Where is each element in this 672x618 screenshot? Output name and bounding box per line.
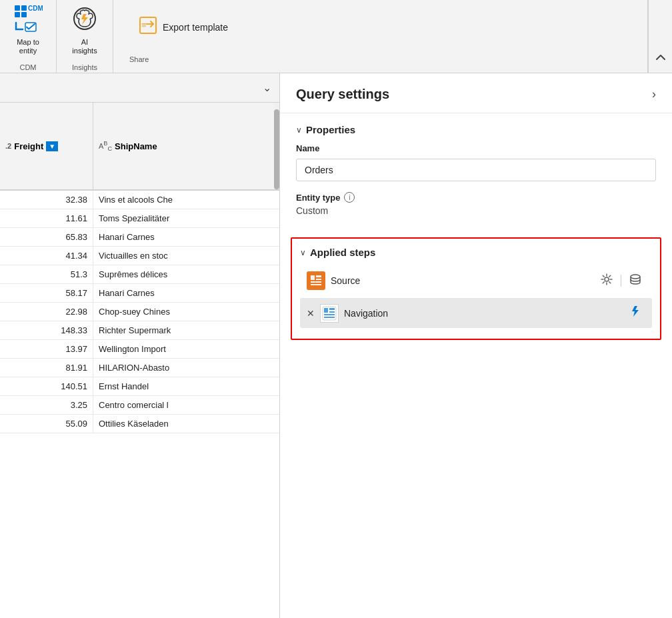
- cell-freight: 140.51: [0, 377, 93, 395]
- freight-type-badge: .2: [5, 142, 11, 150]
- insights-group-label: Insights: [72, 63, 97, 71]
- cell-shipname: Suprêmes délices: [93, 265, 279, 283]
- source-step-gear-button[interactable]: [597, 272, 617, 289]
- export-template-label: Export template: [163, 22, 228, 33]
- svg-rect-11: [316, 275, 321, 277]
- table-row[interactable]: 58.17Hanari Carnes: [0, 284, 279, 303]
- table-row[interactable]: 55.09Ottilies Käseladen: [0, 415, 279, 433]
- table-row[interactable]: 148.33Richter Supermark: [0, 321, 279, 340]
- properties-section-header[interactable]: ∨ Properties: [296, 124, 656, 135]
- query-settings-title: Query settings: [296, 87, 389, 102]
- svg-rect-3: [21, 12, 27, 17]
- map-to-entity-button[interactable]: CDM Map to entity: [8, 1, 48, 58]
- table-row[interactable]: 32.38Vins et alcools Che: [0, 191, 279, 209]
- source-step-icon: [307, 271, 325, 290]
- cell-freight: 65.83: [0, 228, 93, 246]
- share-group: ≡ Export template Share: [113, 0, 648, 73]
- table-row[interactable]: 41.34Victuailles en stoc: [0, 247, 279, 265]
- cell-freight: 41.34: [0, 247, 93, 265]
- table-row[interactable]: 65.83Hanari Carnes: [0, 228, 279, 247]
- entity-type-field-label: Entity type: [296, 193, 340, 203]
- cell-shipname: Toms Spezialitäter: [93, 209, 279, 227]
- cell-shipname: Vins et alcools Che: [93, 191, 279, 209]
- entity-type-value: Custom: [296, 205, 656, 216]
- map-to-entity-icon: CDM: [13, 4, 43, 37]
- expand-query-settings-button[interactable]: ›: [652, 87, 656, 101]
- cell-shipname: Hanari Carnes: [93, 284, 279, 302]
- properties-section: ∨ Properties Name Entity type i Custom: [280, 113, 672, 237]
- left-panel-header: ⌄: [0, 73, 279, 103]
- export-template-button[interactable]: ≡ Export template: [129, 11, 237, 44]
- source-step-db-button[interactable]: [625, 272, 645, 289]
- entity-type-label-row: Entity type i: [296, 192, 656, 203]
- cell-freight: 13.97: [0, 340, 93, 358]
- table-row[interactable]: 140.51Ernst Handel: [0, 377, 279, 396]
- ai-insights-button[interactable]: AIinsights: [65, 1, 105, 58]
- applied-steps-chevron-icon: ∨: [300, 248, 306, 257]
- cell-shipname: Wellington Import: [93, 340, 279, 358]
- navigation-step-lightning-button[interactable]: [624, 303, 645, 323]
- cell-freight: 58.17: [0, 284, 93, 302]
- step-navigation[interactable]: ✕ Navigation: [300, 298, 652, 328]
- share-group-label: Share: [124, 55, 637, 67]
- map-to-entity-label: Map to entity: [17, 38, 39, 55]
- data-table[interactable]: .2 Freight ▼ ABC ShipName 32.38Vins et a…: [0, 103, 279, 618]
- col-freight-header[interactable]: .2 Freight ▼: [0, 103, 93, 189]
- svg-rect-0: [15, 5, 20, 11]
- properties-chevron-icon: ∨: [296, 125, 302, 135]
- left-panel: ⌄ .2 Freight ▼ ABC ShipName: [0, 73, 280, 618]
- table-row[interactable]: 13.97Wellington Import: [0, 340, 279, 359]
- step-divider: [621, 275, 621, 287]
- applied-steps-section-header[interactable]: ∨ Applied steps: [300, 247, 652, 258]
- collapse-panel-button[interactable]: ⌄: [263, 81, 271, 94]
- query-settings-header: Query settings ›: [280, 73, 672, 113]
- table-row[interactable]: 3.25Centro comercial l: [0, 396, 279, 415]
- freight-col-label: Freight: [14, 141, 43, 151]
- svg-rect-12: [316, 279, 321, 280]
- table-row[interactable]: 22.98Chop-suey Chines: [0, 303, 279, 321]
- navigation-step-delete-button[interactable]: ✕: [307, 308, 315, 319]
- navigation-step-actions: [624, 303, 645, 323]
- cell-freight: 32.38: [0, 191, 93, 209]
- svg-point-16: [631, 275, 640, 279]
- name-field-input[interactable]: [296, 159, 656, 181]
- table-row[interactable]: 51.3Suprêmes délices: [0, 265, 279, 284]
- table-row[interactable]: 81.91HILARION-Abasto: [0, 359, 279, 377]
- svg-rect-10: [311, 275, 315, 280]
- cdm-group-label: CDM: [19, 63, 36, 71]
- svg-rect-1: [21, 5, 27, 11]
- cell-shipname: Ottilies Käseladen: [93, 415, 279, 433]
- cell-shipname: Centro comercial l: [93, 396, 279, 414]
- cell-shipname: Chop-suey Chines: [93, 303, 279, 321]
- svg-point-15: [605, 277, 609, 281]
- main-content: ⌄ .2 Freight ▼ ABC ShipName: [0, 73, 672, 618]
- svg-rect-20: [329, 311, 335, 313]
- ai-insights-icon: [70, 4, 99, 37]
- table-row[interactable]: 11.61Toms Spezialitäter: [0, 209, 279, 228]
- source-step-actions: [597, 272, 645, 289]
- cell-freight: 55.09: [0, 415, 93, 433]
- cdm-group: CDM Map to entity CDM: [0, 0, 57, 73]
- applied-steps-section: ∨ Applied steps Source: [291, 237, 661, 340]
- freight-dropdown-button[interactable]: ▼: [46, 141, 58, 151]
- scrollbar-thumb[interactable]: [274, 109, 279, 189]
- collapse-ribbon-button[interactable]: [648, 0, 672, 73]
- svg-rect-21: [324, 314, 335, 315]
- navigation-step-icon: [320, 304, 339, 323]
- cell-freight: 11.61: [0, 209, 93, 227]
- entity-type-info-icon[interactable]: i: [344, 192, 355, 203]
- svg-rect-2: [15, 12, 20, 17]
- cell-freight: 51.3: [0, 265, 93, 283]
- cell-freight: 81.91: [0, 359, 93, 377]
- cell-freight: 3.25: [0, 396, 93, 414]
- cell-shipname: Hanari Carnes: [93, 228, 279, 246]
- step-source[interactable]: Source: [300, 266, 652, 295]
- svg-rect-19: [329, 308, 335, 310]
- table-header: .2 Freight ▼ ABC ShipName: [0, 103, 279, 191]
- cell-freight: 22.98: [0, 303, 93, 321]
- svg-text:CDM: CDM: [28, 5, 43, 12]
- shipname-type-badge: ABC: [99, 140, 112, 152]
- cell-shipname: Victuailles en stoc: [93, 247, 279, 265]
- scrollbar-track[interactable]: [274, 103, 279, 189]
- cell-shipname: Ernst Handel: [93, 377, 279, 395]
